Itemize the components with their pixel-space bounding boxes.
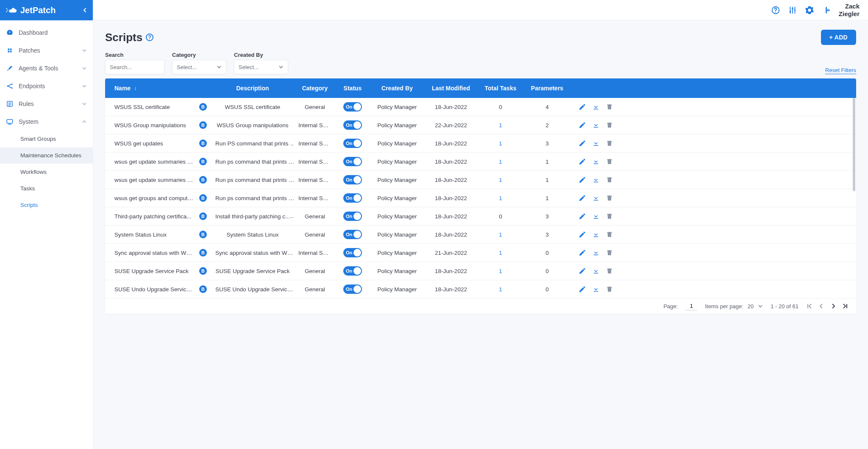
trash-icon[interactable] xyxy=(606,249,613,257)
edit-icon[interactable] xyxy=(579,267,586,275)
subitem-tasks[interactable]: Tasks xyxy=(0,180,93,197)
logout-icon[interactable] xyxy=(822,6,831,15)
scrollbar[interactable] xyxy=(853,98,855,298)
trash-icon[interactable] xyxy=(606,158,613,165)
status-toggle[interactable]: On xyxy=(343,139,362,148)
total-tasks-link[interactable]: 1 xyxy=(499,268,502,274)
gear-icon[interactable] xyxy=(805,6,814,15)
status-toggle[interactable]: On xyxy=(343,175,362,184)
cell-name[interactable]: SUSE Upgrade Service Pack B xyxy=(105,267,211,275)
total-tasks-link[interactable]: 1 xyxy=(499,286,502,293)
download-icon[interactable] xyxy=(592,212,600,220)
cell-name[interactable]: WSUS get updates B xyxy=(105,139,211,147)
status-toggle[interactable]: On xyxy=(343,102,362,112)
user-name[interactable]: Zack Ziegler xyxy=(839,3,860,17)
download-icon[interactable] xyxy=(592,158,600,165)
cell-name[interactable]: WSUS SSL certificate B xyxy=(105,103,211,111)
total-tasks-link[interactable]: 1 xyxy=(499,122,502,128)
download-icon[interactable] xyxy=(592,285,600,293)
edit-icon[interactable] xyxy=(579,176,586,184)
download-icon[interactable] xyxy=(592,194,600,202)
trash-icon[interactable] xyxy=(606,285,613,293)
edit-icon[interactable] xyxy=(579,285,586,293)
cell-name[interactable]: WSUS Group manipulations B xyxy=(105,121,211,129)
download-icon[interactable] xyxy=(592,103,600,111)
cell-name[interactable]: wsus get update summaries per ... B xyxy=(105,158,211,165)
th-category[interactable]: Category xyxy=(294,85,336,92)
status-toggle[interactable]: On xyxy=(343,248,362,257)
help-icon[interactable] xyxy=(771,6,780,15)
th-description[interactable]: Description xyxy=(211,85,294,92)
trash-icon[interactable] xyxy=(606,212,613,220)
total-tasks-link[interactable]: 1 xyxy=(499,250,502,256)
download-icon[interactable] xyxy=(592,249,600,257)
sliders-icon[interactable] xyxy=(788,6,797,15)
status-toggle[interactable]: On xyxy=(343,120,362,130)
th-status[interactable]: Status xyxy=(336,85,370,92)
chevron-down-icon[interactable] xyxy=(758,304,763,309)
subitem-workflows[interactable]: Workflows xyxy=(0,164,93,180)
total-tasks-link[interactable]: 1 xyxy=(499,177,502,183)
status-toggle[interactable]: On xyxy=(343,230,362,239)
brand-logo[interactable]: JetPatch xyxy=(6,6,56,15)
edit-icon[interactable] xyxy=(579,158,586,165)
edit-icon[interactable] xyxy=(579,103,586,111)
trash-icon[interactable] xyxy=(606,194,613,202)
edit-icon[interactable] xyxy=(579,121,586,129)
scrollbar-thumb[interactable] xyxy=(853,98,855,191)
trash-icon[interactable] xyxy=(606,176,613,184)
category-select[interactable]: Select... xyxy=(172,60,226,74)
edit-icon[interactable] xyxy=(579,139,586,147)
th-name[interactable]: Name ↓ xyxy=(105,85,211,92)
first-page-icon[interactable] xyxy=(806,303,813,310)
download-icon[interactable] xyxy=(592,121,600,129)
sidebar-item-endpoints[interactable]: Endpoints xyxy=(0,77,93,95)
createdby-select[interactable]: Select... xyxy=(234,60,288,74)
total-tasks-link[interactable]: 1 xyxy=(499,231,502,238)
sidebar-item-agents-tools[interactable]: Agents & Tools xyxy=(0,59,93,77)
edit-icon[interactable] xyxy=(579,194,586,202)
search-input[interactable] xyxy=(105,60,164,74)
th-created-by[interactable]: Created By xyxy=(370,85,425,92)
edit-icon[interactable] xyxy=(579,231,586,238)
status-toggle[interactable]: On xyxy=(343,212,362,221)
trash-icon[interactable] xyxy=(606,103,613,111)
subitem-smart-groups[interactable]: Smart Groups xyxy=(0,131,93,147)
help-circle-icon[interactable]: ? xyxy=(146,33,153,41)
cell-name[interactable]: System Status Linux B xyxy=(105,231,211,238)
th-total-tasks[interactable]: Total Tasks xyxy=(477,85,524,92)
prev-page-icon[interactable] xyxy=(818,303,825,310)
sidebar-item-rules[interactable]: Rules xyxy=(0,95,93,113)
download-icon[interactable] xyxy=(592,231,600,238)
trash-icon[interactable] xyxy=(606,139,613,147)
status-toggle[interactable]: On xyxy=(343,157,362,166)
sidebar-item-dashboard[interactable]: Dashboard xyxy=(0,24,93,42)
total-tasks-link[interactable]: 1 xyxy=(499,159,502,165)
cell-name[interactable]: wsus get update summaries per ... B xyxy=(105,176,211,184)
status-toggle[interactable]: On xyxy=(343,193,362,203)
trash-icon[interactable] xyxy=(606,267,613,275)
th-parameters[interactable]: Parameters xyxy=(524,85,570,92)
status-toggle[interactable]: On xyxy=(343,284,362,294)
status-toggle[interactable]: On xyxy=(343,266,362,276)
download-icon[interactable] xyxy=(592,176,600,184)
last-page-icon[interactable] xyxy=(842,303,849,310)
download-icon[interactable] xyxy=(592,267,600,275)
cell-name[interactable]: Sync approval status with WSUS B xyxy=(105,249,211,257)
edit-icon[interactable] xyxy=(579,249,586,257)
collapse-sidebar-icon[interactable] xyxy=(83,8,87,12)
download-icon[interactable] xyxy=(592,139,600,147)
next-page-icon[interactable] xyxy=(830,303,837,310)
total-tasks-link[interactable]: 1 xyxy=(499,195,502,201)
subitem-maintenance-schedules[interactable]: Maintenance Schedules xyxy=(0,147,93,164)
cell-name[interactable]: Third-party patching certifica... B xyxy=(105,212,211,220)
trash-icon[interactable] xyxy=(606,121,613,129)
th-last-modified[interactable]: Last Modified xyxy=(425,85,477,92)
reset-filters[interactable]: Reset Filters xyxy=(825,67,856,74)
trash-icon[interactable] xyxy=(606,231,613,238)
page-input[interactable] xyxy=(685,302,697,310)
subitem-scripts[interactable]: Scripts xyxy=(0,197,93,213)
sidebar-item-patches[interactable]: Patches xyxy=(0,42,93,59)
add-button[interactable]: + ADD xyxy=(821,30,856,45)
cell-name[interactable]: wsus get groups and computers ... B xyxy=(105,194,211,202)
